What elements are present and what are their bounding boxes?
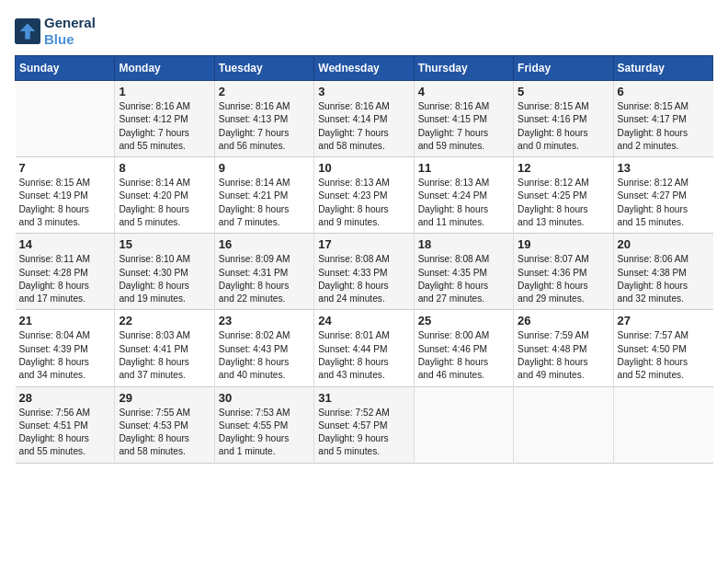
calendar-cell <box>613 386 712 463</box>
day-number: 10 <box>318 161 409 175</box>
cell-content: Sunrise: 8:11 AM Sunset: 4:28 PM Dayligh… <box>19 253 111 305</box>
calendar-cell: 20Sunrise: 8:06 AM Sunset: 4:38 PM Dayli… <box>613 234 712 310</box>
cell-content: Sunrise: 8:16 AM Sunset: 4:14 PM Dayligh… <box>318 100 409 153</box>
day-number: 18 <box>418 237 509 251</box>
day-number: 21 <box>19 314 111 327</box>
cell-content: Sunrise: 8:06 AM Sunset: 4:38 PM Dayligh… <box>618 253 710 305</box>
calendar-cell: 27Sunrise: 7:57 AM Sunset: 4:50 PM Dayli… <box>613 310 712 386</box>
cell-content: Sunrise: 8:12 AM Sunset: 4:25 PM Dayligh… <box>518 177 609 229</box>
cell-content: Sunrise: 8:14 AM Sunset: 4:20 PM Dayligh… <box>119 177 210 229</box>
calendar-cell: 13Sunrise: 8:12 AM Sunset: 4:27 PM Dayli… <box>613 157 712 234</box>
column-header-sunday: Sunday <box>16 56 115 81</box>
calendar-cell: 26Sunrise: 7:59 AM Sunset: 4:48 PM Dayli… <box>514 310 613 386</box>
day-number: 20 <box>618 237 710 251</box>
column-header-saturday: Saturday <box>613 56 712 81</box>
calendar-cell: 21Sunrise: 8:04 AM Sunset: 4:39 PM Dayli… <box>16 310 115 386</box>
column-header-monday: Monday <box>115 56 214 81</box>
calendar-cell <box>16 81 115 157</box>
day-number: 5 <box>518 85 609 98</box>
week-row-2: 7Sunrise: 8:15 AM Sunset: 4:19 PM Daylig… <box>16 157 713 234</box>
day-number: 9 <box>219 161 310 175</box>
cell-content: Sunrise: 8:08 AM Sunset: 4:35 PM Dayligh… <box>418 253 509 305</box>
calendar-cell: 7Sunrise: 8:15 AM Sunset: 4:19 PM Daylig… <box>16 157 115 234</box>
calendar-cell <box>414 386 513 463</box>
calendar-table: SundayMondayTuesdayWednesdayThursdayFrid… <box>15 55 713 464</box>
cell-content: Sunrise: 8:04 AM Sunset: 4:39 PM Dayligh… <box>19 329 111 382</box>
day-number: 27 <box>618 314 710 327</box>
calendar-cell: 22Sunrise: 8:03 AM Sunset: 4:41 PM Dayli… <box>115 310 214 386</box>
calendar-cell: 24Sunrise: 8:01 AM Sunset: 4:44 PM Dayli… <box>314 310 414 386</box>
day-number: 30 <box>219 391 310 405</box>
calendar-cell: 23Sunrise: 8:02 AM Sunset: 4:43 PM Dayli… <box>214 310 313 386</box>
cell-content: Sunrise: 8:16 AM Sunset: 4:13 PM Dayligh… <box>219 100 310 153</box>
day-number: 23 <box>219 314 310 327</box>
day-number: 2 <box>219 85 310 98</box>
cell-content: Sunrise: 8:15 AM Sunset: 4:17 PM Dayligh… <box>618 100 710 153</box>
calendar-cell: 25Sunrise: 8:00 AM Sunset: 4:46 PM Dayli… <box>414 310 513 386</box>
calendar-cell: 10Sunrise: 8:13 AM Sunset: 4:23 PM Dayli… <box>314 157 414 234</box>
cell-content: Sunrise: 8:15 AM Sunset: 4:19 PM Dayligh… <box>19 177 111 229</box>
calendar-cell: 30Sunrise: 7:53 AM Sunset: 4:55 PM Dayli… <box>214 386 313 463</box>
day-number: 15 <box>119 237 210 251</box>
logo-text: General Blue <box>44 15 96 48</box>
cell-content: Sunrise: 8:02 AM Sunset: 4:43 PM Dayligh… <box>219 329 310 382</box>
cell-content: Sunrise: 8:16 AM Sunset: 4:12 PM Dayligh… <box>119 100 210 153</box>
week-row-3: 14Sunrise: 8:11 AM Sunset: 4:28 PM Dayli… <box>16 234 713 310</box>
day-number: 3 <box>318 85 409 98</box>
cell-content: Sunrise: 8:01 AM Sunset: 4:44 PM Dayligh… <box>318 329 409 382</box>
day-number: 14 <box>19 237 111 251</box>
calendar-cell: 9Sunrise: 8:14 AM Sunset: 4:21 PM Daylig… <box>214 157 313 234</box>
day-number: 8 <box>119 161 210 175</box>
calendar-cell: 14Sunrise: 8:11 AM Sunset: 4:28 PM Dayli… <box>16 234 115 310</box>
calendar-cell: 29Sunrise: 7:55 AM Sunset: 4:53 PM Dayli… <box>115 386 214 463</box>
day-number: 17 <box>318 237 409 251</box>
calendar-cell: 31Sunrise: 7:52 AM Sunset: 4:57 PM Dayli… <box>314 386 414 463</box>
cell-content: Sunrise: 8:09 AM Sunset: 4:31 PM Dayligh… <box>219 253 310 305</box>
day-number: 24 <box>318 314 409 327</box>
day-number: 31 <box>318 391 409 405</box>
column-header-thursday: Thursday <box>414 56 513 81</box>
day-number: 22 <box>119 314 210 327</box>
day-number: 16 <box>219 237 310 251</box>
cell-content: Sunrise: 7:59 AM Sunset: 4:48 PM Dayligh… <box>518 329 609 382</box>
day-number: 11 <box>418 161 509 175</box>
calendar-cell: 3Sunrise: 8:16 AM Sunset: 4:14 PM Daylig… <box>314 81 414 157</box>
cell-content: Sunrise: 8:03 AM Sunset: 4:41 PM Dayligh… <box>119 329 210 382</box>
cell-content: Sunrise: 8:16 AM Sunset: 4:15 PM Dayligh… <box>418 100 509 153</box>
column-header-tuesday: Tuesday <box>214 56 313 81</box>
column-header-wednesday: Wednesday <box>314 56 414 81</box>
header-row: SundayMondayTuesdayWednesdayThursdayFrid… <box>16 56 713 81</box>
cell-content: Sunrise: 8:12 AM Sunset: 4:27 PM Dayligh… <box>618 177 710 229</box>
cell-content: Sunrise: 8:08 AM Sunset: 4:33 PM Dayligh… <box>318 253 409 305</box>
calendar-cell: 15Sunrise: 8:10 AM Sunset: 4:30 PM Dayli… <box>115 234 214 310</box>
day-number: 4 <box>418 85 509 98</box>
day-number: 28 <box>19 391 111 405</box>
calendar-cell: 16Sunrise: 8:09 AM Sunset: 4:31 PM Dayli… <box>214 234 313 310</box>
cell-content: Sunrise: 7:53 AM Sunset: 4:55 PM Dayligh… <box>219 407 310 459</box>
cell-content: Sunrise: 8:14 AM Sunset: 4:21 PM Dayligh… <box>219 177 310 229</box>
column-header-friday: Friday <box>514 56 613 81</box>
week-row-5: 28Sunrise: 7:56 AM Sunset: 4:51 PM Dayli… <box>16 386 713 463</box>
day-number: 25 <box>418 314 509 327</box>
calendar-cell: 4Sunrise: 8:16 AM Sunset: 4:15 PM Daylig… <box>414 81 513 157</box>
day-number: 13 <box>618 161 710 175</box>
day-number: 6 <box>618 85 710 98</box>
cell-content: Sunrise: 8:07 AM Sunset: 4:36 PM Dayligh… <box>518 253 609 305</box>
calendar-cell: 18Sunrise: 8:08 AM Sunset: 4:35 PM Dayli… <box>414 234 513 310</box>
header: General Blue <box>15 15 713 48</box>
cell-content: Sunrise: 8:10 AM Sunset: 4:30 PM Dayligh… <box>119 253 210 305</box>
day-number: 1 <box>119 85 210 98</box>
cell-content: Sunrise: 8:13 AM Sunset: 4:24 PM Dayligh… <box>418 177 509 229</box>
calendar-cell: 2Sunrise: 8:16 AM Sunset: 4:13 PM Daylig… <box>214 81 313 157</box>
calendar-cell: 11Sunrise: 8:13 AM Sunset: 4:24 PM Dayli… <box>414 157 513 234</box>
cell-content: Sunrise: 8:13 AM Sunset: 4:23 PM Dayligh… <box>318 177 409 229</box>
cell-content: Sunrise: 7:57 AM Sunset: 4:50 PM Dayligh… <box>618 329 710 382</box>
calendar-cell: 19Sunrise: 8:07 AM Sunset: 4:36 PM Dayli… <box>514 234 613 310</box>
calendar-cell: 28Sunrise: 7:56 AM Sunset: 4:51 PM Dayli… <box>16 386 115 463</box>
calendar-cell: 1Sunrise: 8:16 AM Sunset: 4:12 PM Daylig… <box>115 81 214 157</box>
calendar-cell <box>514 386 613 463</box>
cell-content: Sunrise: 8:15 AM Sunset: 4:16 PM Dayligh… <box>518 100 609 153</box>
cell-content: Sunrise: 7:52 AM Sunset: 4:57 PM Dayligh… <box>318 407 409 459</box>
week-row-1: 1Sunrise: 8:16 AM Sunset: 4:12 PM Daylig… <box>16 81 713 157</box>
day-number: 26 <box>518 314 609 327</box>
